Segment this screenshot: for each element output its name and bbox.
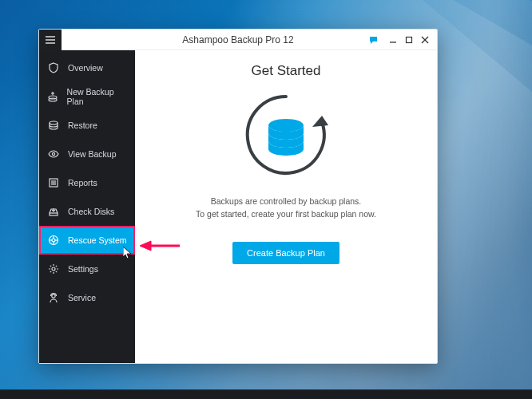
- svg-point-28: [268, 119, 304, 132]
- sidebar-item-label: Settings: [68, 264, 98, 274]
- user-headset-icon: [47, 292, 60, 303]
- window-controls: [367, 30, 432, 50]
- svg-point-25: [52, 267, 55, 271]
- app-title: Ashampoo Backup Pro 12: [182, 34, 293, 45]
- sidebar-item-label: Rescue System: [68, 235, 127, 245]
- main-content: Get Started Backups are contr: [135, 50, 437, 363]
- sidebar-item-settings[interactable]: Settings: [39, 255, 135, 283]
- svg-point-20: [52, 239, 55, 242]
- sidebar-item-label: Reports: [68, 178, 97, 188]
- tray-icon: [47, 206, 60, 217]
- sidebar-item-label: Overview: [68, 63, 103, 73]
- svg-rect-4: [407, 38, 412, 43]
- maximize-button[interactable]: [402, 33, 416, 47]
- sidebar-item-new-backup-plan[interactable]: New Backup Plan: [39, 82, 135, 111]
- svg-marker-27: [312, 116, 328, 127]
- svg-point-8: [49, 98, 57, 101]
- desktop-wallpaper: Ashampoo Backup Pro 12: [0, 0, 532, 399]
- backup-cycle-illustration: [230, 89, 342, 184]
- gear-icon: [47, 263, 60, 275]
- page-heading: Get Started: [252, 63, 321, 79]
- sidebar-item-label: Service: [68, 293, 96, 302]
- sidebar-item-label: Check Disks: [68, 207, 114, 216]
- sidebar-item-service[interactable]: Service: [39, 283, 135, 312]
- svg-rect-17: [50, 213, 58, 215]
- description-text: Backups are controlled by backup plans. …: [196, 196, 376, 221]
- hamburger-menu-button[interactable]: [39, 30, 62, 50]
- svg-point-26: [52, 294, 55, 298]
- sidebar-item-view-backup[interactable]: View Backup: [39, 140, 135, 168]
- sidebar-item-label: View Backup: [68, 149, 117, 159]
- taskbar[interactable]: [0, 389, 532, 399]
- close-button[interactable]: [418, 33, 432, 47]
- sidebar-item-check-disks[interactable]: Check Disks: [39, 197, 135, 226]
- description-line-2: To get started, create your first backup…: [196, 208, 376, 221]
- message-icon[interactable]: [367, 33, 381, 47]
- svg-point-11: [50, 121, 58, 124]
- app-window: Ashampoo Backup Pro 12: [38, 29, 438, 364]
- sidebar-nav: Overview New Backup Plan Restore: [39, 50, 135, 363]
- sidebar-item-reports[interactable]: Reports: [39, 168, 135, 197]
- shield-icon: [47, 62, 60, 73]
- plus-disk-icon: [47, 91, 59, 102]
- disks-icon: [47, 120, 60, 131]
- titlebar: Ashampoo Backup Pro 12: [39, 30, 437, 50]
- svg-point-12: [52, 152, 54, 155]
- list-icon: [47, 177, 60, 188]
- sidebar-item-overview[interactable]: Overview: [39, 53, 135, 82]
- minimize-button[interactable]: [386, 33, 400, 47]
- create-backup-plan-button[interactable]: Create Backup Plan: [232, 242, 339, 264]
- eye-icon: [47, 148, 60, 160]
- sidebar-item-label: Restore: [68, 120, 97, 130]
- sidebar-item-restore[interactable]: Restore: [39, 111, 135, 140]
- sidebar-item-rescue-system[interactable]: Rescue System: [39, 226, 135, 255]
- window-body: Overview New Backup Plan Restore: [39, 50, 437, 363]
- lifebuoy-icon: [47, 235, 60, 246]
- sidebar-item-label: New Backup Plan: [67, 87, 127, 106]
- description-line-1: Backups are controlled by backup plans.: [196, 196, 376, 208]
